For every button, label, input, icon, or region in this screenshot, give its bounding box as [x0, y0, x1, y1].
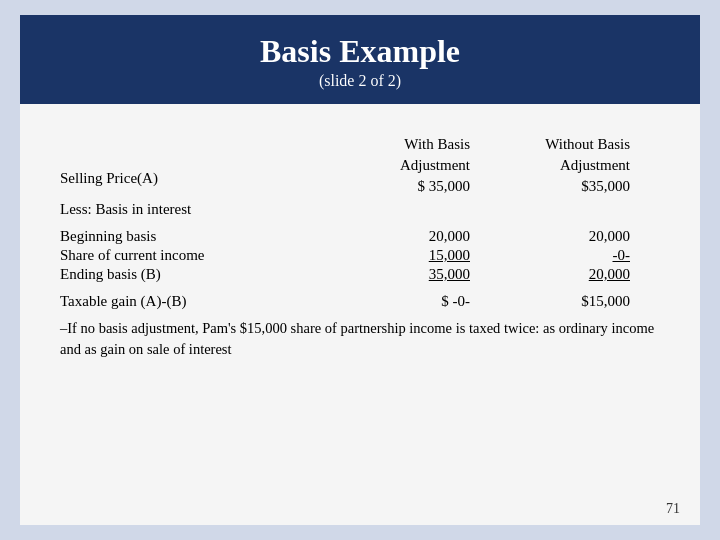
row-val-without: 20,000	[480, 228, 640, 245]
table-row: Beginning basis 20,000 20,000	[60, 228, 660, 245]
slide-title: Basis Example	[50, 33, 670, 70]
without-basis-line1: Without Basis	[480, 134, 630, 155]
with-basis-line3: $ 35,000	[320, 176, 470, 197]
note-section: –If no basis adjustment, Pam's $15,000 s…	[60, 318, 660, 360]
row-label: Less: Basis in interest	[60, 201, 320, 218]
page-number: 71	[666, 501, 680, 517]
slide-container: Basis Example (slide 2 of 2) Selling Pri…	[20, 15, 700, 525]
row-label: Beginning basis	[60, 228, 320, 245]
without-basis-line2: Adjustment	[480, 155, 630, 176]
row-val-with: 35,000	[320, 266, 480, 283]
share-of-current-income-label: Share of current income	[60, 247, 320, 264]
table-row: Share of current income 15,000 -0-	[60, 247, 660, 264]
row-val-with: 20,000	[320, 228, 480, 245]
col-with-basis-header: With Basis Adjustment $ 35,000	[320, 134, 480, 197]
row-val-without: 20,000	[480, 266, 640, 283]
table-row: Ending basis (B) 35,000 20,000	[60, 266, 660, 283]
selling-price-label: Selling Price(A)	[60, 170, 320, 187]
title-bar: Basis Example (slide 2 of 2)	[20, 15, 700, 104]
with-basis-line1: With Basis	[320, 134, 470, 155]
row-val-without: $15,000	[480, 293, 640, 310]
row-val-with: $ -0-	[320, 293, 480, 310]
row-val-without: -0-	[480, 247, 640, 264]
table-row: Taxable gain (A)-(B) $ -0- $15,000	[60, 293, 660, 310]
content-area: Selling Price(A) With Basis Adjustment $…	[20, 104, 700, 370]
slide-subtitle: (slide 2 of 2)	[50, 72, 670, 90]
note-text: –If no basis adjustment, Pam's $15,000 s…	[60, 320, 654, 357]
without-basis-line3: $35,000	[480, 176, 630, 197]
table-row: Less: Basis in interest	[60, 201, 660, 218]
with-basis-line2: Adjustment	[320, 155, 470, 176]
header-row: Selling Price(A) With Basis Adjustment $…	[60, 134, 660, 197]
row-label: Taxable gain (A)-(B)	[60, 293, 320, 310]
col-without-basis-header: Without Basis Adjustment $35,000	[480, 134, 640, 197]
row-label: Ending basis (B)	[60, 266, 320, 283]
row-val-with: 15,000	[320, 247, 480, 264]
table-section: Selling Price(A) With Basis Adjustment $…	[60, 134, 660, 310]
label-header: Selling Price(A)	[60, 134, 320, 197]
